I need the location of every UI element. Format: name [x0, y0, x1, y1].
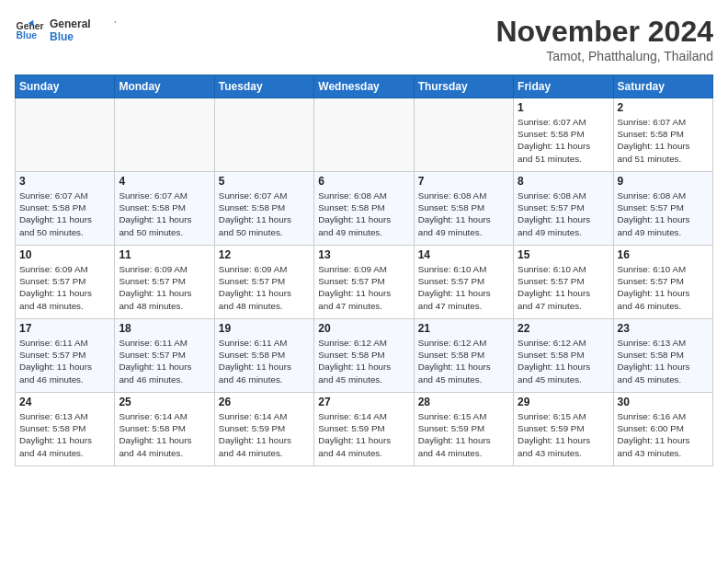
day-info: Sunrise: 6:13 AM Sunset: 5:58 PM Dayligh…: [19, 410, 110, 459]
day-number: 30: [618, 396, 709, 408]
day-number: 26: [219, 396, 310, 408]
svg-text:Blue: Blue: [17, 30, 38, 40]
calendar-cell: 13Sunrise: 6:09 AM Sunset: 5:57 PM Dayli…: [314, 246, 414, 319]
calendar-cell: [414, 98, 513, 172]
day-number: 22: [518, 322, 609, 335]
calendar-cell: 4Sunrise: 6:07 AM Sunset: 5:58 PM Daylig…: [115, 172, 214, 246]
logo: General Blue General Blue: [15, 15, 116, 48]
calendar-week-4: 17Sunrise: 6:11 AM Sunset: 5:57 PM Dayli…: [16, 319, 713, 393]
calendar-cell: 8Sunrise: 6:08 AM Sunset: 5:57 PM Daylig…: [514, 172, 613, 246]
day-info: Sunrise: 6:12 AM Sunset: 5:58 PM Dayligh…: [318, 337, 409, 385]
calendar-cell: 29Sunrise: 6:15 AM Sunset: 5:59 PM Dayli…: [514, 393, 613, 466]
column-header-sunday: Sunday: [16, 75, 115, 98]
calendar-cell: 25Sunrise: 6:14 AM Sunset: 5:58 PM Dayli…: [115, 393, 214, 466]
day-info: Sunrise: 6:16 AM Sunset: 6:00 PM Dayligh…: [618, 410, 709, 459]
day-number: 29: [518, 396, 609, 408]
calendar-cell: 1Sunrise: 6:07 AM Sunset: 5:58 PM Daylig…: [514, 98, 613, 172]
calendar-cell: 15Sunrise: 6:10 AM Sunset: 5:57 PM Dayli…: [514, 246, 613, 319]
svg-text:General: General: [50, 17, 91, 30]
day-info: Sunrise: 6:12 AM Sunset: 5:58 PM Dayligh…: [418, 337, 509, 385]
day-info: Sunrise: 6:09 AM Sunset: 5:57 PM Dayligh…: [19, 263, 110, 312]
day-number: 1: [518, 101, 609, 114]
day-number: 23: [618, 322, 709, 335]
day-number: 11: [119, 248, 210, 261]
calendar-cell: 19Sunrise: 6:11 AM Sunset: 5:58 PM Dayli…: [214, 319, 313, 393]
calendar-cell: 20Sunrise: 6:12 AM Sunset: 5:58 PM Dayli…: [314, 319, 414, 393]
calendar-cell: 2Sunrise: 6:07 AM Sunset: 5:58 PM Daylig…: [613, 98, 712, 172]
day-info: Sunrise: 6:10 AM Sunset: 5:57 PM Dayligh…: [518, 263, 609, 312]
day-info: Sunrise: 6:08 AM Sunset: 5:57 PM Dayligh…: [518, 190, 609, 238]
calendar-week-1: 1Sunrise: 6:07 AM Sunset: 5:58 PM Daylig…: [16, 98, 713, 172]
day-number: 20: [318, 322, 409, 335]
column-header-thursday: Thursday: [414, 75, 513, 98]
day-number: 8: [518, 175, 609, 188]
day-number: 27: [318, 396, 409, 408]
day-number: 13: [318, 248, 409, 261]
calendar-cell: 18Sunrise: 6:11 AM Sunset: 5:57 PM Dayli…: [115, 319, 214, 393]
day-info: Sunrise: 6:13 AM Sunset: 5:58 PM Dayligh…: [618, 337, 709, 385]
calendar-cell: 6Sunrise: 6:08 AM Sunset: 5:58 PM Daylig…: [314, 172, 414, 246]
calendar-cell: 17Sunrise: 6:11 AM Sunset: 5:57 PM Dayli…: [16, 319, 115, 393]
page-header: General Blue General Blue November 2024 …: [15, 15, 713, 63]
day-info: Sunrise: 6:15 AM Sunset: 5:59 PM Dayligh…: [418, 410, 509, 459]
day-number: 10: [19, 248, 110, 261]
calendar-cell: 22Sunrise: 6:12 AM Sunset: 5:58 PM Dayli…: [514, 319, 613, 393]
column-header-tuesday: Tuesday: [214, 75, 313, 98]
column-header-monday: Monday: [115, 75, 214, 98]
calendar-cell: 21Sunrise: 6:12 AM Sunset: 5:58 PM Dayli…: [414, 319, 513, 393]
day-info: Sunrise: 6:09 AM Sunset: 5:57 PM Dayligh…: [318, 263, 409, 312]
calendar-cell: 30Sunrise: 6:16 AM Sunset: 6:00 PM Dayli…: [613, 393, 712, 466]
calendar-cell: 16Sunrise: 6:10 AM Sunset: 5:57 PM Dayli…: [613, 246, 712, 319]
calendar-week-3: 10Sunrise: 6:09 AM Sunset: 5:57 PM Dayli…: [16, 246, 713, 319]
day-info: Sunrise: 6:08 AM Sunset: 5:58 PM Dayligh…: [318, 190, 409, 238]
day-number: 12: [219, 248, 310, 261]
day-info: Sunrise: 6:14 AM Sunset: 5:59 PM Dayligh…: [318, 410, 409, 459]
day-info: Sunrise: 6:10 AM Sunset: 5:57 PM Dayligh…: [618, 263, 709, 312]
calendar-cell: 3Sunrise: 6:07 AM Sunset: 5:58 PM Daylig…: [16, 172, 115, 246]
calendar-cell: 14Sunrise: 6:10 AM Sunset: 5:57 PM Dayli…: [414, 246, 513, 319]
day-info: Sunrise: 6:11 AM Sunset: 5:57 PM Dayligh…: [19, 337, 110, 385]
day-info: Sunrise: 6:07 AM Sunset: 5:58 PM Dayligh…: [618, 116, 709, 165]
column-header-saturday: Saturday: [613, 75, 712, 98]
day-number: 14: [418, 248, 509, 261]
column-header-wednesday: Wednesday: [314, 75, 414, 98]
title-area: November 2024 Tamot, Phatthalung, Thaila…: [495, 15, 713, 63]
day-number: 4: [119, 175, 210, 188]
day-info: Sunrise: 6:07 AM Sunset: 5:58 PM Dayligh…: [219, 190, 310, 238]
calendar-table: SundayMondayTuesdayWednesdayThursdayFrid…: [15, 75, 713, 466]
calendar-cell: 5Sunrise: 6:07 AM Sunset: 5:58 PM Daylig…: [214, 172, 313, 246]
calendar-cell: 26Sunrise: 6:14 AM Sunset: 5:59 PM Dayli…: [214, 393, 313, 466]
svg-marker-5: [114, 18, 116, 26]
day-number: 5: [219, 175, 310, 188]
day-number: 3: [19, 175, 110, 188]
day-info: Sunrise: 6:09 AM Sunset: 5:57 PM Dayligh…: [219, 263, 310, 312]
day-number: 24: [19, 396, 110, 408]
calendar-cell: 10Sunrise: 6:09 AM Sunset: 5:57 PM Dayli…: [16, 246, 115, 319]
calendar-cell: [115, 98, 214, 172]
day-info: Sunrise: 6:07 AM Sunset: 5:58 PM Dayligh…: [518, 116, 609, 165]
calendar-cell: 7Sunrise: 6:08 AM Sunset: 5:58 PM Daylig…: [414, 172, 513, 246]
calendar-header-row: SundayMondayTuesdayWednesdayThursdayFrid…: [16, 75, 713, 98]
calendar-cell: 12Sunrise: 6:09 AM Sunset: 5:57 PM Dayli…: [214, 246, 313, 319]
calendar-cell: 9Sunrise: 6:08 AM Sunset: 5:57 PM Daylig…: [613, 172, 712, 246]
location-subtitle: Tamot, Phatthalung, Thailand: [495, 49, 713, 63]
svg-text:Blue: Blue: [50, 30, 74, 43]
day-number: 28: [418, 396, 509, 408]
day-number: 18: [119, 322, 210, 335]
day-info: Sunrise: 6:14 AM Sunset: 5:59 PM Dayligh…: [219, 410, 310, 459]
logo-svg: General Blue: [50, 15, 116, 48]
calendar-cell: 28Sunrise: 6:15 AM Sunset: 5:59 PM Dayli…: [414, 393, 513, 466]
calendar-cell: 24Sunrise: 6:13 AM Sunset: 5:58 PM Dayli…: [16, 393, 115, 466]
day-info: Sunrise: 6:08 AM Sunset: 5:58 PM Dayligh…: [418, 190, 509, 238]
day-info: Sunrise: 6:07 AM Sunset: 5:58 PM Dayligh…: [19, 190, 110, 238]
column-header-friday: Friday: [514, 75, 613, 98]
day-info: Sunrise: 6:15 AM Sunset: 5:59 PM Dayligh…: [518, 410, 609, 459]
calendar-week-5: 24Sunrise: 6:13 AM Sunset: 5:58 PM Dayli…: [16, 393, 713, 466]
day-number: 15: [518, 248, 609, 261]
day-number: 17: [19, 322, 110, 335]
day-number: 21: [418, 322, 509, 335]
day-number: 25: [119, 396, 210, 408]
day-info: Sunrise: 6:10 AM Sunset: 5:57 PM Dayligh…: [418, 263, 509, 312]
day-info: Sunrise: 6:07 AM Sunset: 5:58 PM Dayligh…: [119, 190, 210, 238]
calendar-cell: [314, 98, 414, 172]
